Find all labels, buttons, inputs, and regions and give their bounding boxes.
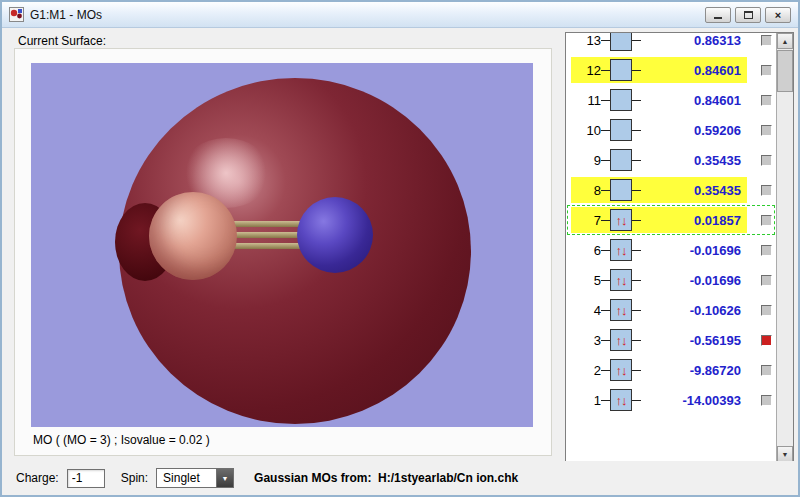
- close-button[interactable]: ×: [765, 7, 791, 23]
- scrollbar-thumb[interactable]: [777, 50, 793, 92]
- orbital-box-occupied[interactable]: ↑↓: [610, 239, 632, 261]
- mo-row-main: 130.86313: [571, 32, 747, 53]
- current-surface-label: Current Surface:: [18, 34, 106, 48]
- mo-row-main: 1↑↓-14.00393: [571, 387, 747, 413]
- mo-list-scrollbar[interactable]: ▲ ▼: [776, 33, 793, 462]
- orbital-connector-line: [632, 280, 641, 281]
- mo-row-13[interactable]: 130.86313: [567, 32, 775, 55]
- orbital-connector-line: [601, 160, 610, 161]
- mo-row-10[interactable]: 100.59206: [567, 115, 775, 145]
- mo-visible-checkbox[interactable]: [761, 395, 772, 406]
- orbital-box-virtual[interactable]: [610, 119, 632, 141]
- scroll-up-button[interactable]: ▲: [777, 33, 793, 49]
- orbital-connector-line: [632, 250, 641, 251]
- orbital-box-virtual[interactable]: [610, 179, 632, 201]
- mo-visible-checkbox[interactable]: [761, 95, 772, 106]
- mo-visible-checkbox[interactable]: [761, 185, 772, 196]
- mo-visible-checkbox[interactable]: [761, 365, 772, 376]
- orbital-box-occupied[interactable]: ↑↓: [610, 269, 632, 291]
- orbital-connector-line: [632, 370, 641, 371]
- mo-visible-checkbox[interactable]: [761, 275, 772, 286]
- close-icon: ×: [775, 9, 781, 21]
- orbital-box-occupied[interactable]: ↑↓: [610, 209, 632, 231]
- mo-row-6[interactable]: 6↑↓-0.01696: [567, 235, 775, 265]
- orbital-box-occupied[interactable]: ↑↓: [610, 359, 632, 381]
- orbital-connector-line: [601, 130, 610, 131]
- spin-selected-value: Singlet: [163, 471, 200, 485]
- mo-row-main: 6↑↓-0.01696: [571, 237, 747, 263]
- orbital-box-virtual[interactable]: [610, 32, 632, 51]
- mo-visible-checkbox[interactable]: [761, 65, 772, 76]
- orbital-connector-line: [601, 340, 610, 341]
- mo-visible-checkbox[interactable]: [761, 35, 772, 46]
- mo-energy: -14.00393: [641, 393, 741, 408]
- orbital-connector-line: [632, 130, 641, 131]
- electron-pair-arrows-icon: ↑↓: [616, 334, 627, 347]
- mo-visible-checkbox[interactable]: [761, 335, 772, 346]
- mo-number: 8: [573, 183, 601, 198]
- orbital-connector-line: [632, 190, 641, 191]
- mo-energy: 0.84601: [641, 63, 741, 78]
- nitrogen-atom: [297, 197, 373, 273]
- source-path: H:/1styearlab/Cn ion.chk: [378, 471, 518, 485]
- orbital-connector-line: [632, 160, 641, 161]
- mo-visible-checkbox[interactable]: [761, 215, 772, 226]
- orbital-box-virtual[interactable]: [610, 149, 632, 171]
- mo-energy: 0.84601: [641, 93, 741, 108]
- mo-visible-checkbox[interactable]: [761, 245, 772, 256]
- mo-row-1[interactable]: 1↑↓-14.00393: [567, 385, 775, 415]
- mo-energy: -0.01696: [641, 273, 741, 288]
- orbital-box-virtual[interactable]: [610, 89, 632, 111]
- mo-row-3[interactable]: 3↑↓-0.56195: [567, 325, 775, 355]
- mo-3d-viewport[interactable]: [31, 63, 533, 427]
- mo-row-7[interactable]: 7↑↓0.01857: [567, 205, 775, 235]
- mo-row-main: 3↑↓-0.56195: [571, 327, 747, 353]
- mo-energy: -0.10626: [641, 303, 741, 318]
- orbital-connector-line: [632, 100, 641, 101]
- mo-row-main: 7↑↓0.01857: [571, 207, 747, 233]
- spin-dropdown[interactable]: Singlet ▼: [156, 468, 234, 488]
- mo-number: 5: [573, 273, 601, 288]
- mo-row-11[interactable]: 110.84601: [567, 85, 775, 115]
- mo-row-8[interactable]: 80.35435: [567, 175, 775, 205]
- mo-visible-checkbox[interactable]: [761, 125, 772, 136]
- mo-energy: 0.35435: [641, 183, 741, 198]
- source-label: Gaussian MOs from:: [254, 471, 371, 485]
- orbital-connector-line: [601, 280, 610, 281]
- orbital-box-virtual[interactable]: [610, 59, 632, 81]
- orbital-connector-line: [601, 400, 610, 401]
- minimize-icon: [714, 17, 722, 19]
- mo-row-main: 5↑↓-0.01696: [571, 267, 747, 293]
- mo-row-2[interactable]: 2↑↓-9.86720: [567, 355, 775, 385]
- orbital-box-occupied[interactable]: ↑↓: [610, 389, 632, 411]
- orbital-connector-line: [632, 40, 641, 41]
- electron-pair-arrows-icon: ↑↓: [616, 394, 627, 407]
- mo-number: 11: [573, 93, 601, 108]
- mo-energy: -9.86720: [641, 363, 741, 378]
- mo-rows: 130.86313120.84601110.84601100.5920690.3…: [567, 32, 775, 415]
- footer-bar: Charge: Spin: Singlet ▼ Gaussian MOs fro…: [2, 461, 798, 495]
- mo-row-main: 80.35435: [571, 177, 747, 203]
- mo-energy: -0.01696: [641, 243, 741, 258]
- maximize-button[interactable]: [735, 7, 761, 23]
- mo-energy: 0.59206: [641, 123, 741, 138]
- scroll-down-button[interactable]: ▼: [777, 446, 793, 462]
- mo-energy: 0.35435: [641, 153, 741, 168]
- mo-row-9[interactable]: 90.35435: [567, 145, 775, 175]
- orbital-box-occupied[interactable]: ↑↓: [610, 329, 632, 351]
- orbital-connector-line: [601, 370, 610, 371]
- titlebar[interactable]: G1:M1 - MOs ×: [2, 2, 798, 28]
- mo-row-main: 120.84601: [571, 57, 747, 83]
- charge-input[interactable]: [67, 469, 105, 488]
- orbital-connector-line: [601, 250, 610, 251]
- mo-number: 9: [573, 153, 601, 168]
- mo-visible-checkbox[interactable]: [761, 155, 772, 166]
- mo-visible-checkbox[interactable]: [761, 305, 772, 316]
- orbital-connector-line: [632, 400, 641, 401]
- mo-row-4[interactable]: 4↑↓-0.10626: [567, 295, 775, 325]
- mo-row-12[interactable]: 120.84601: [567, 55, 775, 85]
- mo-row-5[interactable]: 5↑↓-0.01696: [567, 265, 775, 295]
- surface-caption: MO ( (MO = 3) ; Isovalue = 0.02 ): [33, 433, 210, 447]
- minimize-button[interactable]: [705, 7, 731, 23]
- orbital-box-occupied[interactable]: ↑↓: [610, 299, 632, 321]
